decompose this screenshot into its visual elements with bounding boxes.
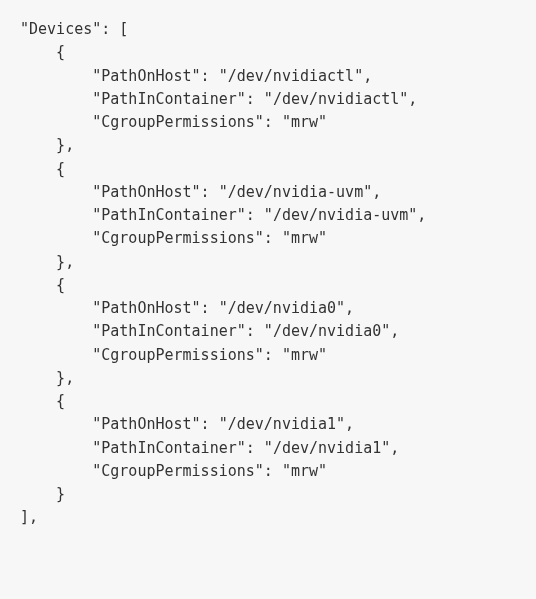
key-cgroup-permissions: CgroupPermissions (101, 462, 255, 480)
val-3-path-on-host: /dev/nvidia1 (228, 415, 336, 433)
key-path-in-container: PathInContainer (101, 206, 236, 224)
key-path-on-host: PathOnHost (101, 299, 191, 317)
key-path-in-container: PathInContainer (101, 90, 236, 108)
val-0-cgroup: mrw (291, 113, 318, 131)
val-2-path-on-host: /dev/nvidia0 (228, 299, 336, 317)
key-cgroup-permissions: CgroupPermissions (101, 346, 255, 364)
key-path-on-host: PathOnHost (101, 67, 191, 85)
val-1-path-on-host: /dev/nvidia-uvm (228, 183, 363, 201)
key-cgroup-permissions: CgroupPermissions (101, 229, 255, 247)
val-1-path-in-container: /dev/nvidia-uvm (273, 206, 408, 224)
val-0-path-on-host: /dev/nvidiactl (228, 67, 354, 85)
val-2-path-in-container: /dev/nvidia0 (273, 322, 381, 340)
key-path-in-container: PathInContainer (101, 439, 236, 457)
val-3-cgroup: mrw (291, 462, 318, 480)
val-0-path-in-container: /dev/nvidiactl (273, 90, 399, 108)
key-path-in-container: PathInContainer (101, 322, 236, 340)
key-path-on-host: PathOnHost (101, 415, 191, 433)
json-snippet: "Devices": [ { "PathOnHost": "/dev/nvidi… (20, 18, 516, 530)
val-3-path-in-container: /dev/nvidia1 (273, 439, 381, 457)
val-2-cgroup: mrw (291, 346, 318, 364)
key-path-on-host: PathOnHost (101, 183, 191, 201)
val-1-cgroup: mrw (291, 229, 318, 247)
key-cgroup-permissions: CgroupPermissions (101, 113, 255, 131)
array-key: Devices (29, 20, 92, 38)
